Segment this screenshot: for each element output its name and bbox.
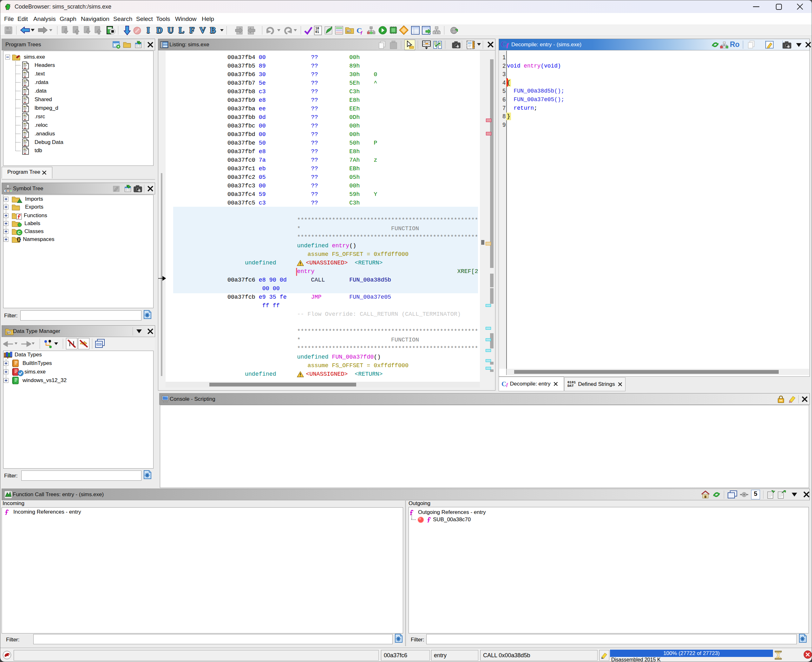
svg-text:10: 10 (315, 27, 319, 30)
svg-text:f: f (361, 30, 363, 35)
svg-text:DT: DT (7, 331, 11, 334)
svg-text:C: C (18, 230, 21, 235)
svg-text:01: 01 (315, 30, 319, 34)
svg-text:DT: DT (347, 30, 351, 33)
